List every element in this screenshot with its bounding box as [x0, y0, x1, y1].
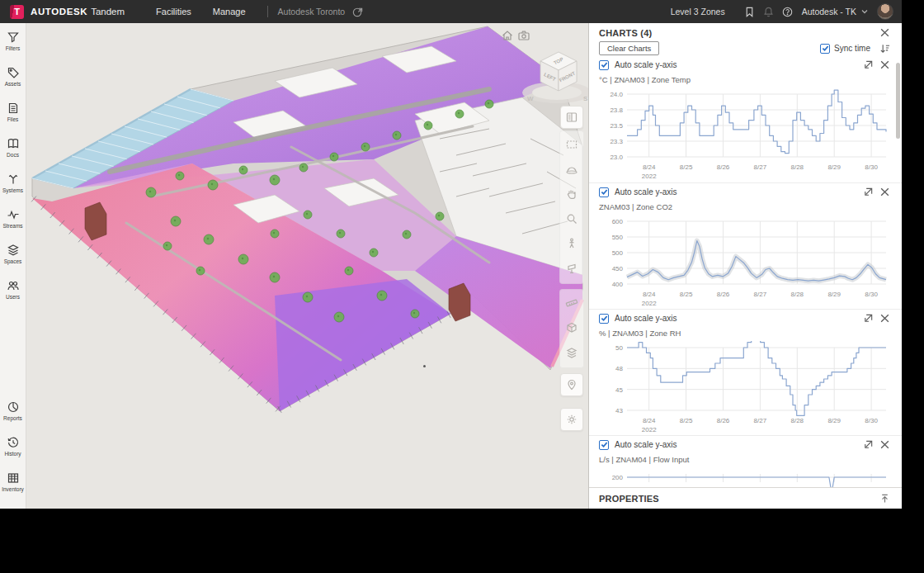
- svg-text:400: 400: [612, 281, 624, 288]
- account-menu[interactable]: Autodesk - TK: [802, 7, 856, 17]
- auto-scale-checkbox[interactable]: [599, 314, 609, 324]
- chevron-down-icon[interactable]: [860, 7, 869, 16]
- marquee-icon: [565, 138, 578, 151]
- chart-series-label: °C | ZNAM03 | Zone Temp: [599, 75, 890, 84]
- expand-properties-icon[interactable]: [879, 493, 890, 504]
- close-panel-icon[interactable]: [879, 27, 890, 38]
- bookmark-icon[interactable]: [743, 6, 756, 18]
- notifications-bell-icon[interactable]: [762, 6, 775, 18]
- svg-text:8/24: 8/24: [643, 163, 656, 171]
- measure-button[interactable]: [560, 291, 583, 315]
- users-icon: [7, 279, 20, 292]
- svg-text:8/29: 8/29: [827, 417, 841, 424]
- systems-icon: [7, 173, 20, 186]
- look-around-button[interactable]: [560, 257, 583, 280]
- sidebar-item-streams[interactable]: Streams: [0, 205, 26, 240]
- help-icon[interactable]: [781, 6, 794, 18]
- svg-text:8/25: 8/25: [680, 291, 693, 298]
- tandem-logo[interactable]: T: [10, 5, 24, 19]
- remove-chart-icon[interactable]: [879, 59, 890, 70]
- first-person-button[interactable]: [560, 232, 583, 255]
- sidebar-label: Files: [7, 116, 19, 122]
- zoom-button[interactable]: [560, 207, 583, 230]
- viewport-3d[interactable]: TOP LEFT FRONT W S: [27, 23, 588, 509]
- orbit-icon: [565, 163, 578, 176]
- sidebar-item-history[interactable]: History: [0, 433, 26, 468]
- sidebar-item-inventory[interactable]: Inventory: [0, 468, 26, 504]
- properties-bar[interactable]: PROPERTIES: [589, 487, 902, 509]
- section-box-button[interactable]: [560, 316, 583, 339]
- sidebar-item-users[interactable]: Users: [0, 276, 26, 311]
- panel-scrollbar-thumb[interactable]: [896, 63, 900, 139]
- view-cube[interactable]: TOP LEFT FRONT W S: [516, 45, 588, 107]
- chart-plot-flow-input[interactable]: 8/2420228/258/268/278/288/298/30200: [599, 467, 891, 487]
- auto-scale-label: Auto scale y-axis: [615, 314, 677, 323]
- sync-time-checkbox[interactable]: [820, 44, 830, 54]
- app-window: T AUTODESKTandem Facilities Manage Autod…: [0, 0, 902, 509]
- reset-zoom-icon[interactable]: [863, 187, 874, 197]
- sidebar-label: Inventory: [2, 486, 24, 492]
- svg-text:500: 500: [612, 249, 624, 257]
- camera-tripod-icon: [565, 262, 578, 275]
- svg-text:8/29: 8/29: [827, 291, 841, 298]
- remove-chart-icon[interactable]: [879, 187, 890, 197]
- levels-layers-icon: [565, 346, 578, 359]
- chart-section-zone-temp: Auto scale y-axis °C | ZNAM03 | Zone Tem…: [589, 56, 902, 182]
- levels-button[interactable]: [560, 341, 583, 364]
- viewcube-west-label[interactable]: W: [527, 95, 534, 102]
- chart-plot-zone-temp[interactable]: 8/2420228/258/268/278/288/298/3024.023.8…: [599, 88, 891, 180]
- chart-plot-zone-rh[interactable]: 8/2420228/258/268/278/288/298/3050484543: [599, 341, 891, 433]
- map-pin-icon: [565, 378, 578, 391]
- remove-chart-icon[interactable]: [879, 439, 890, 450]
- svg-text:550: 550: [612, 234, 624, 241]
- auto-scale-checkbox[interactable]: [599, 60, 609, 70]
- building-model-3d[interactable]: [27, 23, 588, 509]
- sidebar-item-assets[interactable]: Assets: [0, 63, 26, 98]
- zone-south-purple[interactable]: [275, 279, 450, 411]
- menu-facilities[interactable]: Facilities: [156, 7, 191, 17]
- main-menu: Facilities Manage: [156, 7, 246, 17]
- split-view-button[interactable]: [560, 106, 583, 129]
- svg-text:200: 200: [612, 474, 624, 481]
- split-view-icon: [565, 111, 578, 124]
- top-bar: T AUTODESKTandem Facilities Manage Autod…: [0, 0, 902, 23]
- sort-descending-icon[interactable]: [879, 43, 890, 54]
- sidebar-label: Reports: [3, 415, 22, 421]
- camera-icon[interactable]: [517, 29, 530, 42]
- reset-zoom-icon[interactable]: [863, 59, 874, 70]
- sidebar-item-docs[interactable]: Docs: [0, 134, 26, 169]
- svg-text:8/30: 8/30: [865, 163, 878, 171]
- marquee-select-button[interactable]: [560, 133, 583, 156]
- orbit-button[interactable]: [560, 158, 583, 181]
- brand-tandem: Tandem: [91, 7, 125, 17]
- sidebar-item-spaces[interactable]: Spaces: [0, 240, 26, 276]
- pulse-icon: [7, 208, 20, 221]
- sidebar-item-filters[interactable]: Filters: [0, 27, 26, 63]
- remove-chart-icon[interactable]: [879, 313, 890, 324]
- settings-button[interactable]: [560, 408, 583, 431]
- auto-scale-checkbox[interactable]: [599, 440, 609, 450]
- share-facility-icon[interactable]: [351, 6, 364, 18]
- locate-button[interactable]: [560, 373, 583, 396]
- sidebar-label: Systems: [2, 187, 23, 193]
- home-view-icon[interactable]: [501, 29, 514, 42]
- clear-charts-button[interactable]: Clear Charts: [599, 41, 659, 55]
- sidebar-item-files[interactable]: Files: [0, 98, 26, 134]
- reset-zoom-icon[interactable]: [863, 313, 874, 324]
- charts-panel-title: CHARTS (4): [599, 28, 652, 38]
- user-avatar[interactable]: [877, 3, 893, 20]
- auto-scale-label: Auto scale y-axis: [615, 60, 677, 69]
- sidebar-item-reports[interactable]: Reports: [0, 397, 26, 433]
- auto-scale-checkbox[interactable]: [599, 187, 609, 197]
- svg-text:43: 43: [615, 407, 623, 414]
- svg-text:8/30: 8/30: [865, 417, 878, 424]
- svg-text:8/24: 8/24: [643, 417, 656, 424]
- pan-button[interactable]: [560, 182, 583, 206]
- chart-plot-zone-co2[interactable]: 8/2420228/258/268/278/288/298/3060055050…: [599, 215, 891, 307]
- svg-text:8/27: 8/27: [754, 163, 767, 171]
- menu-manage[interactable]: Manage: [213, 7, 246, 17]
- viewport-top-icons: [501, 29, 530, 42]
- reset-zoom-icon[interactable]: [863, 439, 874, 450]
- sidebar-item-systems[interactable]: Systems: [0, 169, 26, 205]
- facility-name[interactable]: Autodesk Toronto: [278, 7, 346, 17]
